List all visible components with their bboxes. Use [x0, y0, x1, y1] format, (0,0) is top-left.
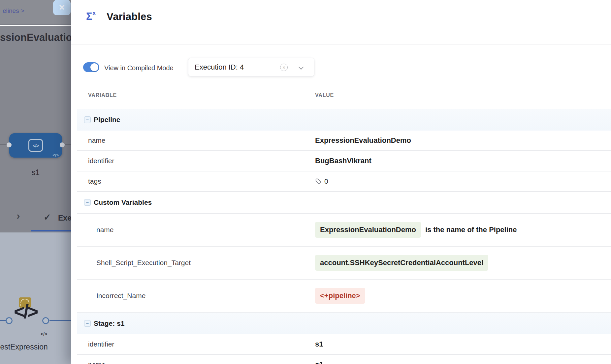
variable-value: s1: [315, 360, 323, 364]
collapse-minus-icon[interactable]: −: [84, 320, 91, 327]
variable-name: Shell_Script_Execution_Target: [96, 259, 191, 267]
tags-count: 0: [315, 177, 328, 185]
stage-node: </> </>: [9, 133, 62, 158]
stage-node-label: s1: [0, 168, 71, 177]
variable-name: name: [96, 226, 114, 234]
variables-table: VARIABLE VALUE −PipelinenameExpressionEv…: [77, 92, 611, 364]
tag-icon: [315, 178, 322, 185]
collapse-minus-icon[interactable]: −: [84, 116, 91, 123]
collapse-chevron-icon: ›: [16, 210, 20, 221]
variable-value: s1: [315, 340, 323, 349]
column-variable: VARIABLE: [88, 92, 117, 98]
step-label: testExpression: [0, 343, 48, 351]
execution-tab-label: Exe: [58, 214, 72, 223]
variables-drawer: Σx Variables View in Compiled Mode Execu…: [71, 0, 611, 364]
drawer-title: Variables: [107, 11, 152, 23]
execution-id-value: Execution ID: 4: [195, 63, 244, 72]
step-connector-dot-left: [6, 317, 13, 324]
variable-row-name: names1: [77, 355, 611, 364]
step-connector-line-right: [49, 320, 71, 321]
variable-value-chip: account.SSHKeySecretCredentialAccountLev…: [315, 255, 488, 271]
clear-selection-icon[interactable]: ✕: [280, 64, 288, 71]
step-connector-dot-right: [42, 317, 49, 324]
variable-name: Incorrect_Name: [96, 292, 145, 300]
shell-script-step-icon: </>: [14, 302, 37, 321]
variable-name: name: [88, 361, 106, 364]
screen: elines > ssionEvaluatio </> </> s1 › ✓ E…: [0, 0, 611, 364]
section-title: Stage: s1: [94, 319, 124, 327]
active-tab-underline: [31, 230, 71, 231]
variable-row-name: nameExpressionEvaluationDemois the name …: [77, 214, 611, 247]
variable-value: ExpressionEvaluationDemo: [315, 136, 411, 145]
value-suffix-text: is the name of the Pipeline: [425, 226, 517, 234]
variable-value: BugBashVikrant: [315, 157, 371, 165]
close-button[interactable]: ✕: [53, 0, 71, 15]
collapse-minus-icon[interactable]: −: [84, 199, 91, 206]
close-icon: ✕: [58, 4, 65, 12]
chevron-down-icon: [299, 65, 304, 70]
drawer-header: Σx Variables: [71, 0, 611, 45]
section-row-stage-s1[interactable]: −Stage: s1: [77, 313, 611, 334]
variable-name: name: [88, 136, 106, 144]
code-mini-icon: </>: [41, 331, 47, 337]
compiled-mode-toggle[interactable]: [83, 62, 99, 72]
variable-row-name: nameExpressionEvaluationDemo: [77, 131, 611, 151]
section-row-pipeline[interactable]: −Pipeline: [77, 109, 611, 131]
variable-row-identifier: identifierBugBashVikrant: [77, 151, 611, 171]
variable-name: identifier: [88, 157, 114, 165]
variable-row-incorrect-name: Incorrect_Name<+pipeline>: [77, 280, 611, 313]
pipeline-canvas: ssionEvaluatio </> </> s1 › ✓ Exe: [0, 26, 71, 232]
section-title: Pipeline: [94, 116, 120, 124]
table-header-row: VARIABLE VALUE: [77, 92, 611, 109]
compiled-mode-label: View in Compiled Mode: [104, 64, 174, 72]
variable-value-chip: ExpressionEvaluationDemo: [315, 222, 421, 238]
execution-graph-area: </> </> testExpression: [0, 232, 71, 364]
pipeline-page-underlay: elines > ssionEvaluatio </> </> s1 › ✓ E…: [0, 0, 71, 364]
variable-value-chip: <+pipeline>: [315, 288, 365, 304]
variable-row-identifier: identifiers1: [77, 334, 611, 355]
variable-row-shell-script-execution-target: Shell_Script_Execution_Targetaccount.SSH…: [77, 247, 611, 280]
variable-row-tags: tags0: [77, 171, 611, 192]
breadcrumb: elines >: [3, 7, 24, 15]
custom-stage-icon: </>: [28, 139, 43, 152]
execution-id-select[interactable]: Execution ID: 4 ✕: [188, 58, 314, 76]
section-title: Custom Variables: [94, 198, 152, 206]
variable-name: identifier: [88, 340, 114, 348]
success-check-icon: ✓: [44, 213, 51, 222]
toggle-knob: [90, 63, 98, 71]
connector-dot-right: [60, 142, 65, 147]
sigma-variables-icon: Σx: [86, 11, 95, 21]
code-mini-icon: </>: [52, 153, 59, 158]
page-title: ssionEvaluatio: [0, 32, 76, 44]
column-value: VALUE: [315, 92, 334, 98]
step-connector-line-left: [0, 320, 6, 321]
variable-name: tags: [88, 177, 101, 185]
section-row-custom-variables[interactable]: −Custom Variables: [77, 192, 611, 214]
connector-dot-left: [7, 142, 12, 147]
